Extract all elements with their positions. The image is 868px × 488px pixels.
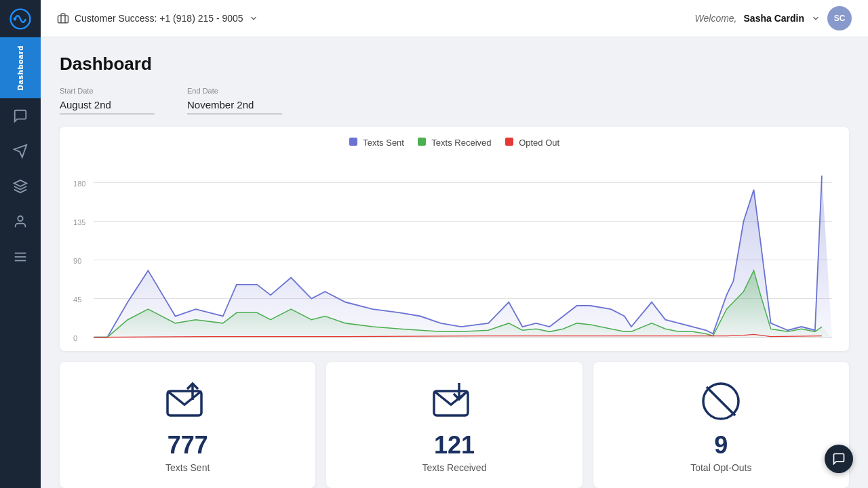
x-label-sep18: September 18 bbox=[410, 343, 457, 344]
svg-rect-5 bbox=[22, 68, 26, 73]
stat-card-texts-received: 121 Texts Received bbox=[326, 362, 582, 488]
texts-received-label: Texts Received bbox=[422, 462, 487, 473]
x-label-sep25: September 25 bbox=[486, 343, 532, 344]
legend-received-dot bbox=[418, 138, 426, 146]
customer-name: Customer Success: +1 (918) 215 - 9005 bbox=[75, 13, 243, 24]
texts-sent-value: 777 bbox=[167, 431, 208, 460]
end-date-input[interactable] bbox=[187, 98, 282, 115]
sidebar-item-contacts[interactable] bbox=[0, 204, 41, 239]
svg-marker-6 bbox=[14, 145, 26, 157]
svg-rect-4 bbox=[16, 68, 20, 73]
start-date-group: Start Date bbox=[60, 87, 155, 115]
opt-outs-value: 9 bbox=[714, 431, 728, 460]
legend-sent: Texts Sent bbox=[349, 138, 404, 148]
y-label-180: 180 bbox=[73, 180, 85, 188]
page-title: Dashboard bbox=[60, 54, 849, 75]
sidebar-item-messages[interactable] bbox=[0, 98, 41, 134]
svg-marker-7 bbox=[14, 180, 26, 186]
chart-legend: Texts Sent Texts Received Opted Out bbox=[73, 138, 835, 148]
x-label-oct16: October 16 bbox=[677, 343, 715, 344]
chart-area: 0 45 90 135 180 bbox=[73, 155, 835, 344]
sidebar-item-campaigns[interactable] bbox=[0, 134, 41, 169]
chat-button[interactable] bbox=[825, 445, 853, 473]
svg-rect-12 bbox=[58, 16, 68, 23]
start-date-input[interactable] bbox=[60, 98, 155, 115]
y-label-0: 0 bbox=[73, 334, 77, 342]
user-avatar: SC bbox=[827, 6, 852, 30]
svg-rect-2 bbox=[16, 62, 20, 66]
send-icon bbox=[164, 381, 212, 424]
receive-icon bbox=[431, 381, 478, 424]
app-logo bbox=[0, 0, 41, 37]
sidebar-item-menu[interactable] bbox=[0, 239, 41, 274]
svg-rect-3 bbox=[22, 62, 26, 66]
start-date-label: Start Date bbox=[60, 87, 155, 95]
sidebar-item-layers[interactable] bbox=[0, 169, 41, 204]
sent-area bbox=[94, 176, 832, 338]
user-name: Sasha Cardin bbox=[744, 13, 804, 24]
topbar-customer[interactable]: Customer Success: +1 (918) 215 - 9005 bbox=[57, 12, 258, 24]
x-label-sep9: September 9 bbox=[249, 343, 292, 344]
texts-sent-label: Texts Sent bbox=[165, 462, 210, 473]
x-label-oct22: October 22 bbox=[725, 343, 762, 344]
x-label-aug31: August 31 bbox=[77, 343, 111, 344]
store-icon bbox=[57, 12, 69, 24]
welcome-prefix: Welcome, bbox=[695, 13, 737, 24]
opt-outs-label: Total Opt-Outs bbox=[690, 462, 751, 473]
stats-row: 777 Texts Sent 121 Texts Received bbox=[60, 362, 849, 488]
sidebar: Dashboard bbox=[0, 0, 41, 488]
svg-line-23 bbox=[707, 387, 735, 415]
x-label-sep15: September 15 bbox=[336, 343, 382, 344]
user-dropdown-icon[interactable] bbox=[811, 14, 821, 23]
legend-received: Texts Received bbox=[418, 138, 492, 148]
topbar: Customer Success: +1 (918) 215 - 9005 We… bbox=[41, 0, 868, 37]
legend-opted: Opted Out bbox=[505, 138, 560, 148]
chart-svg: 0 45 90 135 180 bbox=[73, 155, 835, 344]
x-label-nov1: November 1 bbox=[808, 343, 835, 344]
legend-opted-label: Opted Out bbox=[519, 138, 559, 148]
svg-point-1 bbox=[14, 17, 17, 20]
legend-sent-label: Texts Sent bbox=[363, 138, 404, 148]
stat-card-texts-sent: 777 Texts Sent bbox=[60, 362, 315, 488]
block-icon bbox=[697, 381, 745, 424]
x-label-oct6: October 6 bbox=[564, 343, 596, 344]
y-label-135: 135 bbox=[73, 218, 85, 226]
main-content: Customer Success: +1 (918) 215 - 9005 We… bbox=[41, 0, 868, 488]
stat-card-opt-outs: 9 Total Opt-Outs bbox=[593, 362, 849, 488]
date-filters: Start Date End Date bbox=[60, 87, 849, 115]
chart-card: Texts Sent Texts Received Opted Out 0 45… bbox=[60, 127, 849, 351]
dropdown-icon bbox=[249, 14, 258, 23]
page-body: Dashboard Start Date End Date Texts Sent… bbox=[41, 37, 868, 488]
topbar-user: Welcome, Sasha Cardin SC bbox=[695, 6, 852, 30]
texts-received-value: 121 bbox=[434, 431, 475, 460]
svg-point-8 bbox=[18, 216, 22, 221]
legend-received-label: Texts Received bbox=[431, 138, 491, 148]
y-label-90: 90 bbox=[73, 257, 81, 265]
x-label-sep3: September 3 bbox=[154, 343, 197, 344]
x-label-oct13: October 13 bbox=[623, 343, 660, 344]
legend-opted-dot bbox=[505, 138, 513, 146]
y-label-45: 45 bbox=[73, 296, 81, 304]
sidebar-active-label: Dashboard bbox=[16, 45, 24, 90]
sidebar-item-dashboard[interactable]: Dashboard bbox=[0, 37, 41, 98]
x-label-oct28: October 28 bbox=[772, 343, 810, 344]
end-date-label: End Date bbox=[187, 87, 282, 95]
legend-sent-dot bbox=[349, 138, 357, 146]
end-date-group: End Date bbox=[187, 87, 282, 115]
